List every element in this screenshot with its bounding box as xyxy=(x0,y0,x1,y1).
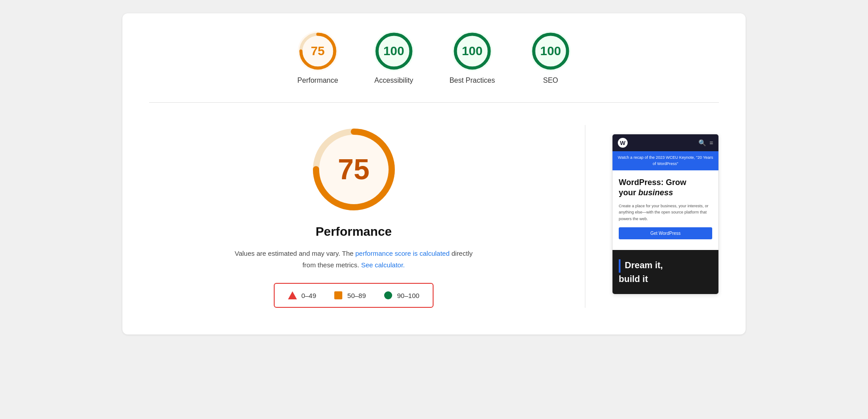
red-triangle xyxy=(288,291,297,299)
accent-line xyxy=(619,259,621,273)
score-value-accessibility: 100 xyxy=(383,44,404,58)
phone-cta-button: Get WordPress xyxy=(619,227,712,239)
legend-high-range: 90–100 xyxy=(397,292,419,299)
phone-title-line2: your xyxy=(619,188,638,197)
triangle-icon xyxy=(288,291,297,300)
score-label-seo: SEO xyxy=(543,77,558,85)
square-icon xyxy=(334,291,343,300)
phone-dark-section: Dream it, build it xyxy=(612,250,718,294)
large-score-value: 75 xyxy=(338,153,369,186)
score-circle-seo: 100 xyxy=(531,31,571,71)
legend-box: 0–49 50–89 90–100 xyxy=(274,283,434,308)
score-item-accessibility: 100 Accessibility xyxy=(374,31,414,85)
score-label-best-practices: Best Practices xyxy=(450,77,495,85)
score-label-performance: Performance xyxy=(297,77,338,85)
legend-mid: 50–89 xyxy=(334,291,366,300)
green-dot xyxy=(384,291,392,299)
main-card: 75 Performance 100 Accessibility xyxy=(122,13,746,334)
score-circle-performance: 75 xyxy=(298,31,338,71)
phone-preview: W 🔍 ≡ Watch a recap of the 2023 WCEU Key… xyxy=(612,134,719,294)
search-icon: 🔍 xyxy=(698,139,706,146)
legend-low: 0–49 xyxy=(288,291,316,300)
content-area: 75 Performance Values are estimated and … xyxy=(149,125,719,308)
score-item-performance: 75 Performance xyxy=(297,31,338,85)
phone-banner: Watch a recap of the 2023 WCEU Keynote, … xyxy=(612,151,718,170)
phone-header: W 🔍 ≡ xyxy=(612,134,718,151)
dot-icon xyxy=(384,291,393,300)
score-circle-best-practices: 100 xyxy=(452,31,492,71)
wp-logo: W xyxy=(618,138,628,148)
right-panel: W 🔍 ≡ Watch a recap of the 2023 WCEU Key… xyxy=(612,134,719,294)
score-value-seo: 100 xyxy=(540,44,561,58)
scores-row: 75 Performance 100 Accessibility xyxy=(149,31,719,103)
dark-title-line1: Dream it, xyxy=(625,260,663,270)
score-label-accessibility: Accessibility xyxy=(374,77,413,85)
perf-score-link[interactable]: performance score is calculated xyxy=(355,250,450,257)
phone-title-line1: WordPress: Grow xyxy=(619,178,686,187)
performance-description: Values are estimated and may vary. The p… xyxy=(229,248,479,270)
score-item-best-practices: 100 Best Practices xyxy=(450,31,495,85)
phone-title-italic: business xyxy=(638,188,673,197)
performance-title: Performance xyxy=(316,225,392,239)
phone-header-icons: 🔍 ≡ xyxy=(698,139,713,146)
menu-icon: ≡ xyxy=(710,139,713,146)
orange-square xyxy=(334,291,342,299)
desc-static: Values are estimated and may vary. The xyxy=(235,250,353,257)
dark-title-line2: build it xyxy=(619,274,648,284)
score-item-seo: 100 SEO xyxy=(531,31,571,85)
phone-subtitle: Create a place for your business, your i… xyxy=(619,203,712,222)
large-gauge: 75 xyxy=(309,125,398,214)
phone-title: WordPress: Grow your business xyxy=(619,177,712,198)
vertical-divider xyxy=(585,125,585,308)
legend-low-range: 0–49 xyxy=(301,292,316,299)
score-value-best-practices: 100 xyxy=(462,44,483,58)
calculator-link[interactable]: See calculator. xyxy=(361,261,405,269)
score-value-performance: 75 xyxy=(311,44,324,58)
legend-high: 90–100 xyxy=(384,291,419,300)
left-panel: 75 Performance Values are estimated and … xyxy=(149,125,558,308)
phone-body: WordPress: Grow your business Create a p… xyxy=(612,170,718,250)
score-circle-accessibility: 100 xyxy=(374,31,414,71)
legend-mid-range: 50–89 xyxy=(347,292,366,299)
